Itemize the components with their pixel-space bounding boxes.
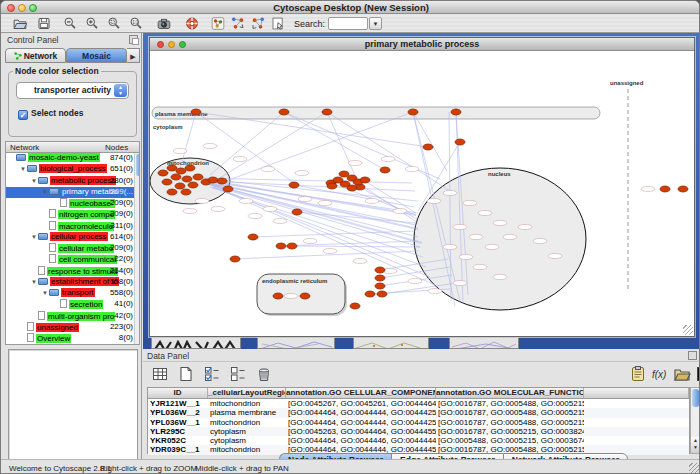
graph-node[interactable] (375, 267, 385, 273)
graph-node[interactable] (248, 234, 258, 240)
formula-builder-button[interactable]: f(x) (649, 363, 671, 385)
tab-mosaic[interactable]: Mosaic (66, 48, 127, 63)
graph-edge[interactable] (413, 112, 447, 171)
tab-overflow-button[interactable]: ▶ (127, 48, 140, 63)
graph-node[interactable] (185, 165, 195, 171)
tree-column-headers[interactable]: Network Nodes (5, 141, 140, 153)
graph-node[interactable] (175, 183, 185, 189)
tree-row[interactable]: multi-organism pro42(0) (6, 311, 139, 322)
delete-attribute-button[interactable] (253, 363, 275, 385)
graph-node[interactable] (162, 179, 172, 185)
frame-title-bar[interactable]: primary metabolic process (150, 38, 694, 51)
tree-scrollbar[interactable] (134, 153, 139, 344)
layout-edges-button[interactable] (249, 15, 269, 32)
graph-node[interactable] (208, 177, 218, 183)
graph-node[interactable] (375, 283, 385, 289)
graph-edge[interactable] (327, 112, 450, 191)
graph-node[interactable] (167, 189, 177, 195)
table-row[interactable]: YPL036W__1mitochondrion[GO:0044464, GO:0… (148, 418, 689, 427)
background-window-sliver[interactable] (257, 337, 335, 349)
graph-node[interactable] (375, 275, 385, 281)
graph-node[interactable] (423, 144, 433, 150)
network-canvas[interactable]: plasma membrane cytoplasm mitochondrion … (150, 51, 694, 336)
graph-node[interactable] (451, 109, 461, 115)
birdseye-view[interactable] (8, 349, 138, 474)
tree-row[interactable]: ▼primary metabo209(... (6, 187, 139, 198)
tab-network[interactable]: Network (5, 48, 66, 63)
disclosure-triangle-icon[interactable]: ▼ (30, 178, 38, 184)
graph-node[interactable] (300, 293, 310, 299)
graph-node[interactable] (191, 109, 201, 115)
window-resize-grip[interactable] (689, 463, 699, 473)
tree-row[interactable]: Overview8(0) (6, 333, 139, 344)
table-row[interactable]: YJR121W__1mitochondrion[GO:0045267, GO:0… (148, 399, 689, 408)
graph-node[interactable] (292, 209, 302, 215)
tree-row[interactable]: unassigned223(0) (6, 322, 139, 333)
disclosure-triangle-icon[interactable]: ▼ (41, 290, 49, 296)
disclosure-triangle-icon[interactable]: ▼ (30, 279, 38, 285)
graph-node[interactable] (455, 139, 465, 145)
graph-node[interactable] (360, 177, 370, 183)
graph-node[interactable] (327, 183, 337, 189)
zoom-in-button[interactable] (83, 15, 103, 32)
tree-row[interactable]: cell communicat22(0) (6, 254, 139, 265)
title-bar[interactable]: Cytoscape Desktop (New Session) (1, 1, 700, 14)
graph-node[interactable] (188, 182, 198, 188)
graph-node[interactable] (158, 170, 168, 176)
plasma-membrane-region[interactable] (152, 107, 600, 119)
graph-node[interactable] (322, 109, 332, 115)
vizmapper-button[interactable] (209, 15, 229, 32)
graph-edge[interactable] (292, 246, 420, 247)
graph-edge[interactable] (210, 185, 420, 247)
open-attribute-file-button[interactable] (671, 363, 693, 385)
graph-node[interactable] (182, 176, 192, 182)
tree-row[interactable]: response to stimulu264(0) (6, 266, 139, 277)
graph-node[interactable] (365, 291, 375, 297)
graph-node[interactable] (279, 109, 289, 115)
tree-row[interactable]: ▼transport558(0) (6, 288, 139, 299)
tree-row[interactable]: ▼establishment of lo558(0) (6, 277, 139, 288)
table-scrollbar[interactable]: ▲▼ (690, 387, 700, 454)
tree-row[interactable]: ▼biological_process651(0) (6, 164, 139, 175)
annotation-button[interactable] (269, 15, 289, 32)
graph-edge[interactable] (210, 112, 284, 175)
attribute-table-header[interactable]: ID _cellularLayoutRegion annotation.GO C… (148, 388, 689, 399)
graph-node[interactable] (380, 167, 390, 173)
background-window-sliver[interactable] (151, 337, 241, 349)
tree-row[interactable]: ▼cellular process614(0) (6, 232, 139, 243)
disclosure-triangle-icon[interactable]: ▼ (19, 166, 27, 172)
table-row[interactable]: YKR052Ccytoplasm[GO:0044464, GO:0044446,… (148, 436, 689, 445)
graph-node[interactable] (223, 186, 233, 192)
graph-node[interactable] (193, 174, 203, 180)
graph-node[interactable] (339, 171, 349, 177)
graph-node[interactable] (408, 109, 418, 115)
table-row[interactable]: YPL036W__2plasma membrane[GO:0044464, GO… (148, 408, 689, 417)
unselect-attributes-button[interactable] (227, 363, 249, 385)
tree-row[interactable]: secretion41(0) (6, 299, 139, 310)
graph-node[interactable] (347, 185, 357, 191)
layout-nodes-button[interactable] (229, 15, 249, 32)
tree-row[interactable]: mosaic-demo-yeast874(0) (6, 153, 139, 164)
graph-edge[interactable] (284, 112, 385, 170)
disclosure-triangle-icon[interactable]: ▼ (30, 234, 38, 240)
background-window-sliver[interactable] (353, 337, 429, 349)
graph-node[interactable] (273, 293, 283, 299)
tree-row[interactable]: nitrogen compo209(0) (6, 209, 139, 220)
graph-node[interactable] (289, 182, 299, 188)
graph-node[interactable] (171, 174, 181, 180)
zoom-out-button[interactable] (61, 15, 81, 32)
select-nodes-checkbox[interactable]: ✓ (18, 110, 28, 120)
graph-node[interactable] (276, 243, 286, 249)
data-panel-float-icon[interactable] (688, 351, 697, 360)
zoom-fit-button[interactable]: 1:1 (127, 15, 147, 32)
graph-edge[interactable] (281, 241, 418, 246)
help-lifering-button[interactable] (183, 15, 203, 32)
select-nodes-row[interactable]: ✓Select nodes (18, 108, 83, 120)
tree-row[interactable]: ▼metabolic process280(0) (6, 176, 139, 187)
disclosure-triangle-icon[interactable]: ▼ (41, 189, 49, 195)
graph-node[interactable] (176, 168, 186, 174)
graph-node[interactable] (287, 243, 297, 249)
graph-node[interactable] (678, 186, 688, 192)
snapshot-camera-button[interactable] (155, 15, 175, 32)
search-input[interactable] (328, 17, 368, 30)
